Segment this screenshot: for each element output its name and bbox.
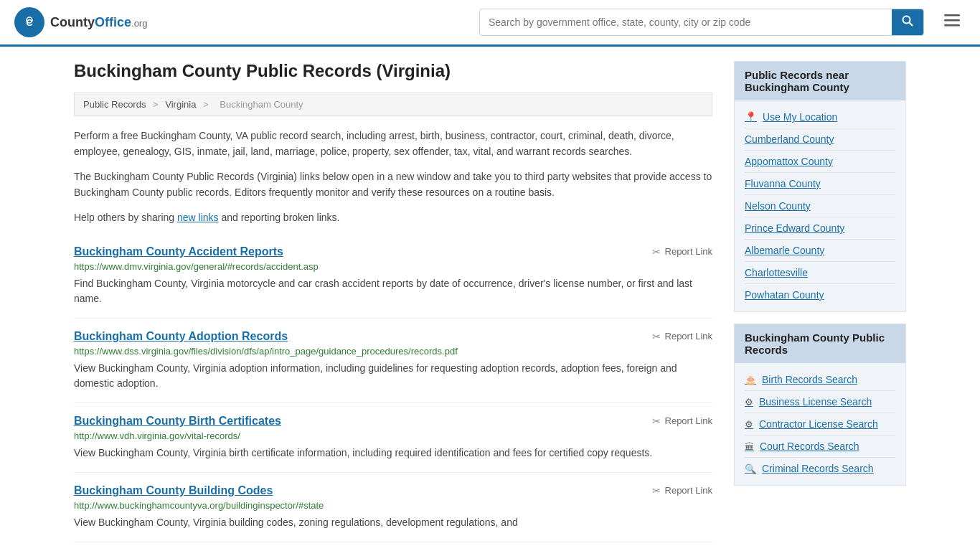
site-header: C CountyOffice.org: [0, 0, 980, 47]
breadcrumb-buckingham: Buckingham County: [220, 99, 303, 110]
intro-paragraph-2: The Buckingham County Public Records (Vi…: [74, 169, 712, 201]
record-title-link[interactable]: Buckingham County Building Codes: [74, 484, 273, 497]
nearby-county-link[interactable]: Charlottesville: [745, 262, 895, 284]
local-link-label: Business License Search: [759, 396, 872, 408]
intro-paragraph-1: Perform a free Buckingham County, VA pub…: [74, 128, 712, 160]
local-record-link[interactable]: ⚙Contractor License Search: [745, 413, 895, 435]
breadcrumb: Public Records > Virginia > Buckingham C…: [74, 93, 712, 116]
svg-rect-5: [944, 14, 960, 17]
record-title-link[interactable]: Buckingham County Adoption Records: [74, 330, 288, 343]
record-entry: Buckingham County Birth Certificates ✂ R…: [74, 403, 712, 473]
nearby-section-title: Public Records near Buckingham County: [735, 62, 905, 100]
logo[interactable]: C CountyOffice.org: [14, 7, 147, 37]
local-records-section-title: Buckingham County Public Records: [735, 324, 905, 363]
report-icon: ✂: [652, 485, 661, 496]
record-description: View Buckingham County, Virginia adoptio…: [74, 361, 712, 391]
record-url[interactable]: https://www.dmv.virginia.gov/general/#re…: [74, 261, 712, 272]
record-url[interactable]: http://www.buckinghamcountyva.org/buildi…: [74, 500, 712, 511]
record-description: View Buckingham County, Virginia birth c…: [74, 446, 712, 461]
report-icon: ✂: [652, 331, 661, 342]
svg-point-3: [903, 17, 910, 24]
nearby-county-link[interactable]: Albemarle County: [745, 240, 895, 262]
report-link-label: Report Link: [665, 415, 712, 426]
record-header: Buckingham County Accident Reports ✂ Rep…: [74, 245, 712, 258]
nearby-county-link[interactable]: Cumberland County: [745, 128, 895, 151]
page-title: Buckingham County Public Records (Virgin…: [74, 61, 712, 81]
local-records-section: Buckingham County Public Records 🎂Birth …: [734, 324, 906, 486]
nearby-section: Public Records near Buckingham County 📍 …: [734, 61, 906, 312]
page-container: Buckingham County Public Records (Virgin…: [60, 47, 920, 551]
location-pin-icon: 📍: [745, 111, 757, 123]
local-link-label: Birth Records Search: [762, 374, 857, 385]
intro-suffix: and reporting broken links.: [219, 212, 340, 223]
local-record-link[interactable]: 🏛Court Records Search: [745, 435, 895, 458]
record-header: Buckingham County Building Codes ✂ Repor…: [74, 484, 712, 497]
intro-paragraph-3: Help others by sharing new links and rep…: [74, 209, 712, 225]
record-title-link[interactable]: Buckingham County Birth Certificates: [74, 415, 281, 428]
local-links-list: 🎂Birth Records Search⚙Business License S…: [745, 369, 895, 479]
nearby-county-link[interactable]: Appomattox County: [745, 151, 895, 173]
local-record-link[interactable]: ⚙Business License Search: [745, 391, 895, 413]
record-entry: Buckingham County Building Codes ✂ Repor…: [74, 473, 712, 542]
report-link-label: Report Link: [665, 246, 712, 257]
svg-rect-7: [944, 24, 960, 27]
record-url[interactable]: https://www.dss.virginia.gov/files/divis…: [74, 346, 712, 357]
record-header: Buckingham County Adoption Records ✂ Rep…: [74, 330, 712, 343]
report-link-button[interactable]: ✂ Report Link: [652, 246, 712, 258]
main-content: Buckingham County Public Records (Virgin…: [74, 61, 712, 542]
record-description: View Buckingham County, Virginia buildin…: [74, 515, 712, 530]
use-my-location-link[interactable]: 📍 Use My Location: [745, 106, 895, 128]
svg-line-4: [910, 23, 913, 27]
local-record-link[interactable]: 🔍Criminal Records Search: [745, 458, 895, 479]
records-list: Buckingham County Accident Reports ✂ Rep…: [74, 234, 712, 542]
nearby-county-link[interactable]: Powhatan County: [745, 284, 895, 306]
report-link-label: Report Link: [665, 331, 712, 342]
search-input[interactable]: [480, 11, 892, 34]
intro-prefix: Help others by sharing: [74, 212, 177, 223]
search-button[interactable]: [892, 9, 923, 35]
nearby-county-link[interactable]: Nelson County: [745, 195, 895, 217]
record-entry: Buckingham County Accident Reports ✂ Rep…: [74, 234, 712, 319]
report-link-button[interactable]: ✂ Report Link: [652, 331, 712, 342]
report-link-label: Report Link: [665, 485, 712, 496]
report-icon: ✂: [652, 415, 661, 427]
new-links-link[interactable]: new links: [177, 212, 219, 223]
local-records-section-body: 🎂Birth Records Search⚙Business License S…: [735, 363, 905, 485]
nearby-section-body: 📍 Use My Location Cumberland CountyAppom…: [735, 100, 905, 311]
report-link-button[interactable]: ✂ Report Link: [652, 415, 712, 427]
local-link-icon: ⚙: [745, 419, 753, 430]
use-my-location-label: Use My Location: [763, 111, 837, 123]
nearby-county-link[interactable]: Fluvanna County: [745, 173, 895, 195]
local-link-label: Contractor License Search: [759, 418, 878, 430]
hamburger-menu-button[interactable]: [938, 11, 966, 34]
local-link-icon: 🎂: [745, 375, 756, 385]
local-link-icon: ⚙: [745, 397, 753, 408]
local-link-icon: 🏛: [745, 441, 754, 452]
local-link-label: Court Records Search: [760, 441, 859, 452]
logo-icon: C: [14, 7, 44, 37]
record-header: Buckingham County Birth Certificates ✂ R…: [74, 415, 712, 428]
breadcrumb-public-records[interactable]: Public Records: [83, 99, 146, 110]
logo-wordmark: CountyOffice.org: [50, 15, 147, 30]
sidebar: Public Records near Buckingham County 📍 …: [734, 61, 906, 542]
local-link-icon: 🔍: [745, 463, 756, 474]
search-bar: [479, 9, 924, 36]
record-url[interactable]: http://www.vdh.virginia.gov/vital-record…: [74, 430, 712, 441]
breadcrumb-sep2: >: [203, 99, 211, 110]
local-record-link[interactable]: 🎂Birth Records Search: [745, 369, 895, 391]
nearby-county-link[interactable]: Prince Edward County: [745, 217, 895, 240]
local-link-label: Criminal Records Search: [762, 463, 874, 474]
record-entry: Buckingham County Adoption Records ✂ Rep…: [74, 319, 712, 403]
record-description: Find Buckingham County, Virginia motorcy…: [74, 276, 712, 306]
report-link-button[interactable]: ✂ Report Link: [652, 485, 712, 496]
svg-rect-6: [944, 19, 960, 22]
nearby-links-list: Cumberland CountyAppomattox CountyFluvan…: [745, 128, 895, 306]
record-title-link[interactable]: Buckingham County Accident Reports: [74, 245, 283, 258]
report-icon: ✂: [652, 246, 661, 258]
breadcrumb-sep1: >: [153, 99, 161, 110]
breadcrumb-virginia[interactable]: Virginia: [165, 99, 196, 110]
